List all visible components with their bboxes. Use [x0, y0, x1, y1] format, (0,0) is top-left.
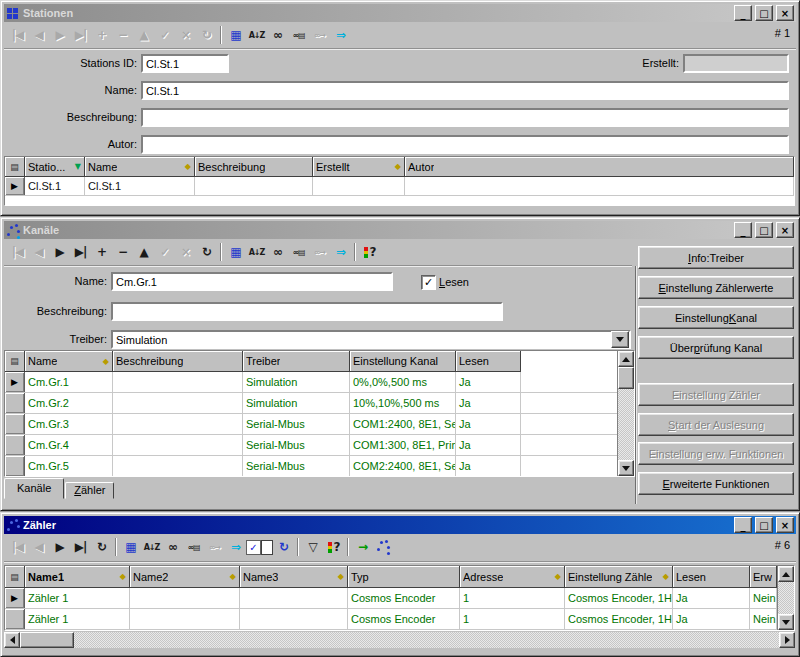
maximize-button[interactable]: □: [755, 222, 773, 238]
autor-input[interactable]: [141, 135, 789, 154]
tab-zaehler[interactable]: Zähler: [65, 482, 114, 499]
stations-id-input[interactable]: [141, 54, 229, 73]
row-selector[interactable]: [5, 435, 25, 455]
search-in-grid-button[interactable]: ∞▤: [183, 537, 204, 557]
horizontal-scrollbar[interactable]: [4, 632, 795, 648]
next-record-button[interactable]: ▶: [49, 537, 70, 557]
erweiterte-funktionen-button[interactable]: Erweiterte Funktionen: [638, 472, 794, 495]
row-selector[interactable]: [5, 414, 25, 434]
column-header-autor[interactable]: Autor: [405, 157, 794, 177]
treiber-dropdown[interactable]: Simulation: [111, 330, 631, 349]
scroll-left-button[interactable]: [4, 632, 20, 648]
einstellung-kanal-button[interactable]: Einstellung Kanal: [638, 306, 794, 329]
table-row[interactable]: Cm.Gr.2Simulation10%,10%,500 msJa: [5, 393, 617, 414]
scrollbar-thumb[interactable]: [20, 632, 74, 648]
name-input[interactable]: [111, 272, 393, 291]
sort-button[interactable]: A↓Z: [246, 25, 267, 45]
scroll-up-button[interactable]: [618, 351, 634, 367]
beschreibung-input[interactable]: [111, 302, 503, 321]
help-info-button[interactable]: ?: [323, 537, 344, 557]
grid-corner-button[interactable]: ▤: [5, 566, 25, 588]
close-button[interactable]: ×: [776, 222, 794, 238]
minimize-button[interactable]: _: [734, 517, 752, 533]
table-row[interactable]: ▶Cm.Gr.1Simulation0%,0%,500 msJa: [5, 372, 617, 393]
search-button[interactable]: ∞: [162, 537, 183, 557]
validate-button[interactable]: ✓: [246, 540, 261, 555]
edit-record-button[interactable]: ▲: [133, 242, 154, 262]
titlebar-zaehler[interactable]: Zähler _ □ ×: [4, 516, 796, 534]
table-row[interactable]: Cm.Gr.4Serial-MbusCOM1:300, 8E1, PrimJa: [5, 435, 617, 456]
column-header-treiber[interactable]: Treiber: [243, 351, 350, 372]
search-in-grid-button[interactable]: ∞▤: [288, 242, 309, 262]
column-header-einstellung-z-hle[interactable]: Einstellung Zähle◆: [565, 566, 673, 588]
vertical-scrollbar[interactable]: [777, 566, 794, 630]
table-row[interactable]: Cm.Gr.3Serial-MbusCOM1:2400, 8E1, SeJa: [5, 414, 617, 435]
help-info-button[interactable]: ?: [359, 242, 380, 262]
row-selector[interactable]: [5, 609, 25, 629]
scrollbar-thumb[interactable]: [618, 367, 634, 389]
column-header-typ[interactable]: Typ: [348, 566, 460, 588]
beschreibung-input[interactable]: [141, 108, 789, 127]
einstellung-zaehlerwerte-button[interactable]: Einstellung Zählerwerte: [638, 276, 794, 299]
titlebar-stationen[interactable]: Stationen _ □ ×: [4, 4, 796, 22]
column-header-name[interactable]: Name◆: [85, 157, 195, 177]
column-header-lesen[interactable]: Lesen: [673, 566, 750, 588]
name-input[interactable]: [141, 81, 789, 100]
vertical-scrollbar[interactable]: [617, 351, 634, 476]
close-button[interactable]: ×: [776, 517, 794, 533]
table-view-button[interactable]: ▦: [225, 242, 246, 262]
scroll-right-button[interactable]: [779, 632, 795, 648]
last-record-button[interactable]: ▶|: [70, 242, 91, 262]
export-button[interactable]: ⇒: [330, 242, 351, 262]
titlebar-kanaele[interactable]: Kanäle _ □ ×: [4, 221, 796, 239]
next-record-button[interactable]: ▶: [49, 242, 70, 262]
delete-record-button[interactable]: −: [112, 242, 133, 262]
last-record-button[interactable]: ▶|: [70, 537, 91, 557]
column-header-erw[interactable]: Erw: [750, 566, 777, 588]
column-header-beschreibung[interactable]: Beschreibung: [113, 351, 243, 372]
scrollbar-track[interactable]: [618, 389, 634, 460]
ueberpruefung-kanal-button[interactable]: Überprüfung Kanal: [638, 336, 794, 359]
refresh-button[interactable]: ↻: [196, 242, 217, 262]
column-header-adresse[interactable]: Adresse◆: [460, 566, 565, 588]
column-header-name3[interactable]: Name3◆: [240, 566, 348, 588]
insert-record-button[interactable]: +: [91, 242, 112, 262]
export-button[interactable]: ⇒: [225, 537, 246, 557]
sort-button[interactable]: A↓Z: [246, 242, 267, 262]
scroll-down-button[interactable]: [618, 460, 634, 476]
maximize-button[interactable]: □: [755, 5, 773, 21]
row-selector[interactable]: ▶: [5, 177, 25, 195]
grid-corner-button[interactable]: ▤: [5, 157, 25, 177]
column-header-lesen[interactable]: Lesen: [456, 351, 521, 372]
grid-corner-button[interactable]: ▤: [5, 351, 25, 372]
column-header-name2[interactable]: Name2◆: [130, 566, 240, 588]
reread-button[interactable]: ↻: [273, 537, 294, 557]
scrollbar-track[interactable]: [74, 632, 779, 648]
table-view-button[interactable]: ▦: [120, 537, 141, 557]
sort-button[interactable]: A↓Z: [141, 537, 162, 557]
export-button[interactable]: ⇒: [330, 25, 351, 45]
column-header-name[interactable]: Name◆: [25, 351, 113, 372]
new-document-button[interactable]: [261, 540, 273, 555]
maximize-button[interactable]: □: [755, 517, 773, 533]
row-selector[interactable]: [5, 393, 25, 413]
filter-button[interactable]: ▽: [302, 537, 323, 557]
lesen-checkbox[interactable]: ✓: [421, 275, 436, 290]
search-button[interactable]: ∞: [267, 242, 288, 262]
scroll-down-button[interactable]: [778, 614, 794, 630]
scroll-up-button[interactable]: [778, 566, 794, 582]
row-selector[interactable]: ▶: [5, 372, 25, 392]
minimize-button[interactable]: _: [734, 222, 752, 238]
search-in-grid-button[interactable]: ∞▤: [288, 25, 309, 45]
dropdown-arrow-button[interactable]: [611, 331, 629, 348]
channels-button[interactable]: [373, 537, 394, 557]
table-row[interactable]: ▶Zähler 1Cosmos Encoder1Cosmos Encoder, …: [5, 588, 777, 609]
tab-kanaele[interactable]: Kanäle: [4, 478, 64, 499]
table-row[interactable]: Cm.Gr.5Serial-MbusCOM2:2400, 8E1, SeJa: [5, 456, 617, 476]
search-button[interactable]: ∞: [267, 25, 288, 45]
goto-channel-button[interactable]: →: [352, 537, 373, 557]
info-treiber-button[interactable]: Info:Treiber: [638, 246, 794, 269]
column-header-name1[interactable]: Name1◆: [25, 566, 130, 588]
column-header-erstellt[interactable]: Erstellt◆: [313, 157, 405, 177]
refresh-button[interactable]: ↻: [91, 537, 112, 557]
